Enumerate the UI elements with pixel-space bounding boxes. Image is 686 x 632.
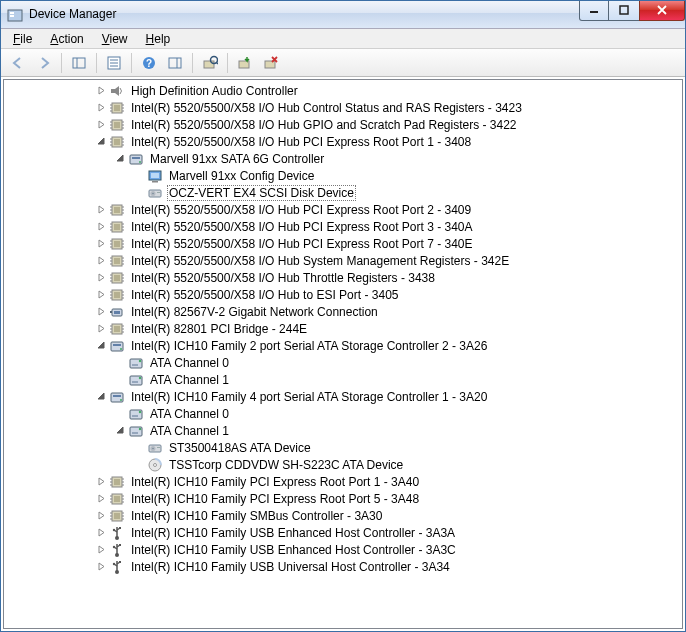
tree-row[interactable]: ATA Channel 0 (4, 354, 682, 371)
expand-icon[interactable] (94, 558, 109, 575)
tree-row[interactable]: Intel(R) ICH10 Family 2 port Serial ATA … (4, 337, 682, 354)
expand-icon[interactable] (94, 252, 109, 269)
tree-item-label[interactable]: High Definition Audio Controller (129, 84, 300, 98)
minimize-button[interactable] (579, 1, 609, 21)
tree-row[interactable]: ST3500418AS ATA Device (4, 439, 682, 456)
update-driver-button[interactable] (233, 51, 257, 75)
close-button[interactable] (639, 1, 685, 21)
expand-icon[interactable] (94, 99, 109, 116)
tree-row[interactable]: TSSTcorp CDDVDW SH-S223C ATA Device (4, 456, 682, 473)
tree-item-label[interactable]: Intel(R) ICH10 Family USB Enhanced Host … (129, 526, 457, 540)
tree-row[interactable]: High Definition Audio Controller (4, 82, 682, 99)
expand-icon[interactable] (94, 218, 109, 235)
tree-item-label[interactable]: Intel(R) 5520/5500/X58 I/O Hub PCI Expre… (129, 237, 475, 251)
tree-item-label[interactable]: Intel(R) 5520/5500/X58 I/O Hub PCI Expre… (129, 220, 475, 234)
tree-item-label[interactable]: ATA Channel 1 (148, 373, 231, 387)
tree-row[interactable]: Intel(R) 5520/5500/X58 I/O Hub GPIO and … (4, 116, 682, 133)
expand-icon[interactable] (94, 269, 109, 286)
scan-hardware-button[interactable] (198, 51, 222, 75)
tree-item-label[interactable]: Intel(R) ICH10 Family SMBus Controller -… (129, 509, 384, 523)
tree-row[interactable]: Intel(R) ICH10 Family SMBus Controller -… (4, 507, 682, 524)
tree-row[interactable]: Marvell 91xx Config Device (4, 167, 682, 184)
tree-item-label[interactable]: Intel(R) 5520/5500/X58 I/O Hub GPIO and … (129, 118, 519, 132)
tree-row[interactable]: Intel(R) 5520/5500/X58 I/O Hub PCI Expre… (4, 235, 682, 252)
sound-icon (109, 83, 125, 99)
tree-item-label[interactable]: OCZ-VERT EX4 SCSI Disk Device (167, 185, 356, 201)
properties-button[interactable] (102, 51, 126, 75)
tree-row[interactable]: Intel(R) 82567V-2 Gigabit Network Connec… (4, 303, 682, 320)
tree-row[interactable]: Intel(R) ICH10 Family 4 port Serial ATA … (4, 388, 682, 405)
tree-row[interactable]: Intel(R) ICH10 Family USB Enhanced Host … (4, 524, 682, 541)
tree-item-label[interactable]: ATA Channel 0 (148, 407, 231, 421)
expand-icon[interactable] (94, 286, 109, 303)
back-button[interactable] (6, 51, 30, 75)
expand-icon[interactable] (94, 507, 109, 524)
tree-row[interactable]: Intel(R) 5520/5500/X58 I/O Hub Control S… (4, 99, 682, 116)
tree-item-label[interactable]: Intel(R) 82567V-2 Gigabit Network Connec… (129, 305, 380, 319)
tree-row[interactable]: OCZ-VERT EX4 SCSI Disk Device (4, 184, 682, 201)
tree-row[interactable]: Intel(R) 5520/5500/X58 I/O Hub System Ma… (4, 252, 682, 269)
collapse-icon[interactable] (113, 422, 128, 439)
tree-item-label[interactable]: ST3500418AS ATA Device (167, 441, 313, 455)
tree-item-label[interactable]: TSSTcorp CDDVDW SH-S223C ATA Device (167, 458, 405, 472)
tree-item-label[interactable]: Marvell 91xx Config Device (167, 169, 316, 183)
tree-item-label[interactable]: ATA Channel 1 (148, 424, 231, 438)
tree-row[interactable]: Intel(R) 5520/5500/X58 I/O Hub PCI Expre… (4, 133, 682, 150)
tree-item-label[interactable]: Intel(R) 5520/5500/X58 I/O Hub PCI Expre… (129, 203, 473, 217)
collapse-icon[interactable] (94, 337, 109, 354)
device-tree[interactable]: High Definition Audio ControllerIntel(R)… (3, 79, 683, 629)
tree-row[interactable]: ATA Channel 1 (4, 422, 682, 439)
tree-row[interactable]: Marvell 91xx SATA 6G Controller (4, 150, 682, 167)
expand-icon[interactable] (94, 473, 109, 490)
expand-icon[interactable] (94, 116, 109, 133)
svg-text:?: ? (146, 58, 152, 69)
tree-item-label[interactable]: Intel(R) 5520/5500/X58 I/O Hub to ESI Po… (129, 288, 401, 302)
uninstall-button[interactable] (259, 51, 283, 75)
action-pane-button[interactable] (163, 51, 187, 75)
expand-icon[interactable] (94, 201, 109, 218)
expand-icon[interactable] (94, 320, 109, 337)
tree-item-label[interactable]: Intel(R) 5520/5500/X58 I/O Hub System Ma… (129, 254, 511, 268)
help-button[interactable]: ? (137, 51, 161, 75)
expand-icon[interactable] (94, 82, 109, 99)
collapse-icon[interactable] (94, 388, 109, 405)
tree-row[interactable]: Intel(R) 5520/5500/X58 I/O Hub PCI Expre… (4, 218, 682, 235)
tree-row[interactable]: Intel(R) ICH10 Family PCI Express Root P… (4, 473, 682, 490)
tree-row[interactable]: Intel(R) 5520/5500/X58 I/O Hub PCI Expre… (4, 201, 682, 218)
tree-item-label[interactable]: Intel(R) 5520/5500/X58 I/O Hub PCI Expre… (129, 135, 473, 149)
tree-item-label[interactable]: Intel(R) ICH10 Family 4 port Serial ATA … (129, 390, 489, 404)
tree-item-label[interactable]: ATA Channel 0 (148, 356, 231, 370)
menu-action[interactable]: Action (42, 30, 91, 48)
maximize-button[interactable] (609, 1, 639, 21)
menu-view[interactable]: View (94, 30, 136, 48)
tree-item-label[interactable]: Intel(R) ICH10 Family PCI Express Root P… (129, 475, 421, 489)
expand-icon[interactable] (94, 303, 109, 320)
tree-row[interactable]: Intel(R) ICH10 Family PCI Express Root P… (4, 490, 682, 507)
expand-icon[interactable] (94, 524, 109, 541)
tree-row[interactable]: Intel(R) 5520/5500/X58 I/O Hub to ESI Po… (4, 286, 682, 303)
tree-item-label[interactable]: Intel(R) ICH10 Family USB Enhanced Host … (129, 543, 458, 557)
show-hide-tree-button[interactable] (67, 51, 91, 75)
chip-icon (109, 491, 125, 507)
tree-row[interactable]: ATA Channel 1 (4, 371, 682, 388)
tree-item-label[interactable]: Intel(R) 5520/5500/X58 I/O Hub Control S… (129, 101, 524, 115)
collapse-icon[interactable] (94, 133, 109, 150)
tree-row[interactable]: Intel(R) ICH10 Family USB Enhanced Host … (4, 541, 682, 558)
collapse-icon[interactable] (113, 150, 128, 167)
expand-icon[interactable] (94, 235, 109, 252)
tree-row[interactable]: Intel(R) 5520/5500/X58 I/O Hub Throttle … (4, 269, 682, 286)
tree-row[interactable]: Intel(R) ICH10 Family USB Universal Host… (4, 558, 682, 575)
tree-item-label[interactable]: Intel(R) ICH10 Family 2 port Serial ATA … (129, 339, 489, 353)
tree-item-label[interactable]: Intel(R) ICH10 Family USB Universal Host… (129, 560, 452, 574)
tree-item-label[interactable]: Intel(R) 82801 PCI Bridge - 244E (129, 322, 309, 336)
tree-row[interactable]: ATA Channel 0 (4, 405, 682, 422)
forward-button[interactable] (32, 51, 56, 75)
expand-icon[interactable] (94, 490, 109, 507)
expand-icon[interactable] (94, 541, 109, 558)
tree-item-label[interactable]: Intel(R) ICH10 Family PCI Express Root P… (129, 492, 421, 506)
tree-item-label[interactable]: Marvell 91xx SATA 6G Controller (148, 152, 326, 166)
tree-row[interactable]: Intel(R) 82801 PCI Bridge - 244E (4, 320, 682, 337)
tree-item-label[interactable]: Intel(R) 5520/5500/X58 I/O Hub Throttle … (129, 271, 437, 285)
menu-file[interactable]: File (5, 30, 40, 48)
menu-help[interactable]: Help (138, 30, 179, 48)
